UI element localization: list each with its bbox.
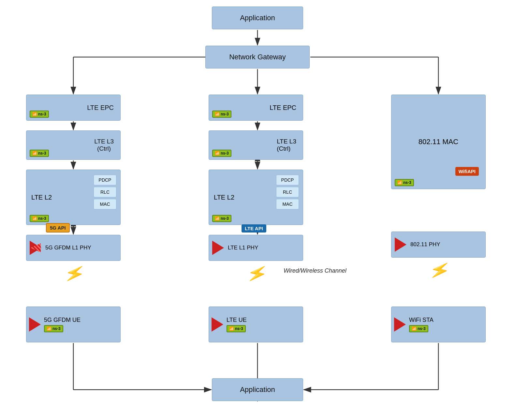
- api-wifi-badge: WifiAPI: [455, 167, 479, 176]
- 802-phy-label: 802.11 PHY: [410, 241, 440, 248]
- bottom-application-box: Application: [212, 378, 303, 401]
- emane-triangle-802-phy: [395, 237, 406, 252]
- lightning-left: ⚡: [63, 262, 87, 285]
- 5g-ue-label: 5G GFDM UE: [44, 317, 81, 323]
- lte-epc-left-label: LTE EPC: [87, 104, 114, 112]
- ns3-badge-lte-ue: 📶ns-3: [227, 325, 247, 332]
- api-5g-badge: 5G API: [46, 223, 70, 232]
- api-lte-badge: LTE API: [242, 224, 266, 232]
- lte-epc-center-label: LTE EPC: [270, 104, 296, 112]
- ns3-badge-lte-l2-left: 📶ns-3: [30, 215, 49, 222]
- pdcp-box-center: PDCP: [276, 175, 299, 185]
- lte-l3-center-label: LTE L3(Ctrl): [277, 138, 296, 152]
- pdcp-box-left: PDCP: [94, 175, 116, 185]
- wifi-sta-box: WiFi STA 📶ns-3: [391, 307, 486, 342]
- top-application-box: Application: [212, 7, 303, 29]
- ns3-badge-lte-epc-center: 📶ns-3: [212, 110, 231, 118]
- lte-ue-box: LTE UE 📶ns-3: [209, 307, 303, 342]
- lte-l2-center-box: 📶ns-3 LTE L2 PDCP RLC MAC LTE API: [209, 170, 303, 225]
- 802-mac-box: 📶ns-3 WifiAPI 802.11 MAC: [391, 95, 486, 189]
- emane-triangle-lte-ue: [212, 317, 223, 332]
- lte-epc-left-box: 📶ns-3 LTE EPC: [26, 95, 121, 121]
- emane-triangle-5g-ue: [29, 317, 41, 332]
- network-gateway-label: Network Gateway: [229, 53, 286, 61]
- ns3-badge-lte-l3-left: 📶ns-3: [30, 149, 49, 157]
- lte-ue-label: LTE UE: [227, 317, 247, 323]
- emane-triangle-5g: [30, 241, 41, 255]
- bottom-application-label: Application: [240, 385, 275, 394]
- lte-l3-center-box: 📶ns-3 LTE L3(Ctrl): [209, 130, 303, 160]
- mac-box-center: MAC: [276, 199, 299, 209]
- ns3-badge-5g-ue: 📶ns-3: [44, 325, 81, 332]
- lte-phy-label: LTE L1 PHY: [228, 245, 258, 251]
- lightning-center: ⚡: [245, 262, 270, 285]
- protocol-stack-left: PDCP RLC MAC: [94, 175, 116, 209]
- 802-phy-box: 802.11 PHY: [391, 232, 486, 258]
- ns3-badge-wifi-sta: 📶ns-3: [409, 325, 434, 332]
- lte-l2-left-box: 📶ns-3 LTE L2 PDCP RLC MAC 5G API: [26, 170, 121, 225]
- rlc-box-left: RLC: [94, 187, 116, 197]
- 802-mac-label: 802.11 MAC: [419, 138, 458, 146]
- emane-triangle-lte-phy: [212, 241, 224, 255]
- rlc-box-center: RLC: [276, 187, 299, 197]
- top-application-label: Application: [240, 14, 275, 22]
- 5g-phy-label: 5G GFDM L1 PHY: [45, 245, 91, 251]
- ns3-badge-lte-l2-center: 📶ns-3: [212, 215, 231, 222]
- lte-l3-left-box: 📶ns-3 LTE L3(Ctrl): [26, 130, 121, 160]
- lightning-right: ⚡: [428, 259, 452, 282]
- lte-l2-left-label: LTE L2: [31, 194, 52, 201]
- ns3-badge-lte-epc-left: 📶ns-3: [30, 110, 49, 118]
- protocol-stack-center: PDCP RLC MAC: [276, 175, 299, 209]
- lte-l3-left-label: LTE L3(Ctrl): [94, 138, 114, 152]
- diagram-container: Application Network Gateway 📶ns-3 LTE EP…: [0, 0, 515, 420]
- channel-label: Wired/Wireless Channel: [284, 267, 346, 274]
- ns3-badge-lte-l3-center: 📶ns-3: [212, 149, 231, 157]
- network-gateway-box: Network Gateway: [205, 46, 310, 68]
- lte-phy-box: LTE L1 PHY: [209, 235, 303, 261]
- 5g-phy-box: 5G GFDM L1 PHY: [26, 235, 121, 261]
- ns3-badge-802-mac: 📶ns-3: [395, 177, 414, 186]
- wifi-sta-label: WiFi STA: [409, 317, 434, 323]
- lte-l2-center-label: LTE L2: [214, 194, 234, 201]
- 5g-ue-box: 5G GFDM UE 📶ns-3: [26, 307, 121, 342]
- mac-box-left: MAC: [94, 199, 116, 209]
- lte-epc-center-box: 📶ns-3 LTE EPC: [209, 95, 303, 121]
- emane-triangle-wifi-sta: [394, 317, 406, 332]
